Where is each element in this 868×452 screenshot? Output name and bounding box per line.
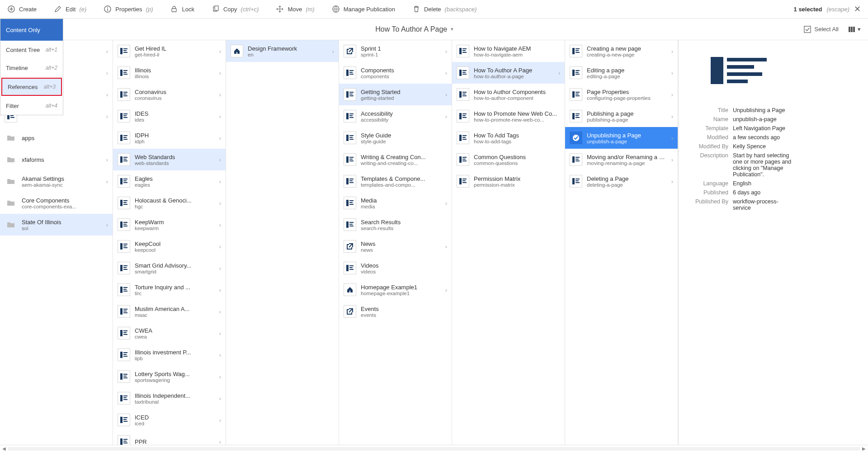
item-subtitle: getting-started [361, 95, 443, 101]
list-item[interactable]: Torture Inquiry and ...tirc› [113, 279, 226, 301]
rail-item-references[interactable]: References alt+3 [1, 78, 62, 96]
column-4[interactable]: How to Navigate AEMhow-to-navigate-aemHo… [452, 40, 565, 445]
svg-rect-81 [123, 334, 127, 335]
list-item[interactable]: Writing & Creating Con...writing-and-cre… [339, 149, 452, 170]
list-item[interactable]: Permission Matrixpermission-matrix [452, 170, 565, 192]
list-item[interactable]: State Of Illinoissoi› [0, 214, 113, 235]
list-item[interactable]: CWEAcwea› [113, 322, 226, 344]
list-item[interactable]: Newsnews› [339, 235, 452, 257]
rail-item-label: Filter [6, 103, 19, 109]
list-item[interactable]: How To Add Tagshow-to-add-tags [452, 127, 565, 149]
list-item[interactable]: Editing a pageediting-a-page› [565, 62, 678, 84]
column-3[interactable]: Sprint 1sprint-1›Componentscomponents›Ge… [339, 40, 452, 445]
list-item[interactable]: Deleting a Pagedeleting-a-page› [565, 170, 678, 192]
scroll-right-icon[interactable]: ▶ [860, 446, 868, 451]
list-item[interactable]: How to Promote New Web Co...how-to-promo… [452, 105, 565, 127]
list-item[interactable]: Akamai Settingsaem-akamai-sync› [0, 170, 113, 192]
column-view-icon [849, 27, 855, 32]
list-item[interactable]: Muslim American A...maac› [113, 301, 226, 322]
lock-button[interactable]: Lock [170, 5, 194, 13]
rail-menu: Content Only Content Tree alt+1 Timeline… [0, 19, 63, 115]
list-item[interactable]: Get Hired ILget-hired-il› [113, 40, 226, 62]
list-item[interactable]: Core Componentscore-components-exa... [0, 192, 113, 214]
column-2[interactable]: Design Frameworken› [226, 40, 339, 445]
chevron-right-icon: › [219, 135, 221, 141]
properties-button[interactable]: Properties (p) [104, 5, 153, 13]
copy-button[interactable]: Copy (ctrl+c) [212, 5, 259, 13]
list-item[interactable]: Style Guidestyle-guide [339, 127, 452, 149]
column-5[interactable]: Creating a new pagecreating-a-new-page›E… [565, 40, 678, 445]
scroll-left-icon[interactable]: ◀ [0, 446, 8, 451]
list-item[interactable]: Componentscomponents› [339, 62, 452, 84]
chevron-right-icon: › [219, 330, 221, 337]
list-item[interactable]: Lottery Sports Wag...sportswagering› [113, 366, 226, 387]
list-item[interactable]: Illinoisillinois› [113, 62, 226, 84]
list-item[interactable]: Publishing a pagepublishing-a-page› [565, 105, 678, 127]
list-item[interactable]: Eventsevents [339, 301, 452, 322]
svg-rect-111 [349, 113, 354, 114]
rail-item-filter[interactable]: Filter alt+4 [0, 97, 63, 115]
list-item[interactable]: Eagleseagles› [113, 170, 226, 192]
svg-rect-56 [123, 202, 127, 203]
list-item[interactable]: Page Propertiesconfiguring-page-properti… [565, 84, 678, 105]
list-item[interactable]: Creating a new pagecreating-a-new-page› [565, 40, 678, 62]
rail-item-content-tree[interactable]: Content Tree alt+1 [0, 41, 63, 59]
list-item[interactable]: Moving and/or Renaming a Pagemoving-rena… [565, 149, 678, 170]
list-item[interactable]: Templates & Compone...templates-and-comp… [339, 170, 452, 192]
page-icon [118, 45, 130, 57]
svg-rect-9 [804, 26, 811, 33]
item-title: CWEA [135, 327, 217, 334]
list-item[interactable]: Illinois investment P...iipb› [113, 344, 226, 366]
list-item[interactable]: Mediamedia› [339, 192, 452, 214]
list-item[interactable]: Search Resultssearch-results [339, 214, 452, 235]
svg-rect-26 [120, 48, 123, 54]
list-item[interactable]: Smart Grid Advisory...smartgrid› [113, 257, 226, 279]
list-item[interactable]: Holocaust & Genoci...hgc› [113, 192, 226, 214]
list-item[interactable]: Homepage Example1homepage-example1› [339, 279, 452, 301]
list-item[interactable]: How To Author A Pagehow-to-author-a-page… [452, 62, 565, 84]
list-item[interactable]: IDESides› [113, 105, 226, 127]
list-item[interactable]: How to Author Componentshow-to-author-co… [452, 84, 565, 105]
meta-modified: a few seconds ago [733, 134, 792, 141]
list-item[interactable]: xfaforms› [0, 149, 113, 170]
list-item[interactable]: KeepWarmkeepwarm› [113, 214, 226, 235]
list-item[interactable]: Web Standardsweb-standards› [113, 149, 226, 170]
select-all-button[interactable]: Select All [804, 26, 839, 33]
list-item[interactable]: apps [0, 127, 113, 149]
list-item[interactable]: IDPHidph› [113, 127, 226, 149]
list-item[interactable]: Videosvideos [339, 257, 452, 279]
chevron-right-icon: › [106, 221, 108, 228]
chevron-right-icon: › [219, 113, 221, 120]
list-item[interactable]: Getting Startedgetting-started› [339, 84, 452, 105]
edit-button[interactable]: Edit (e) [54, 5, 86, 13]
list-item[interactable]: Common Questionscommon-questions [452, 149, 565, 170]
page-title[interactable]: How To Author A Page ▾ [25, 25, 804, 33]
rail-item-timeline[interactable]: Timeline alt+2 [0, 59, 63, 77]
horizontal-scrollbar[interactable]: ◀ ▶ [0, 445, 868, 452]
list-item[interactable]: Illinois Independent...taxtribunal› [113, 387, 226, 409]
move-button[interactable]: Move (m) [276, 5, 314, 13]
list-item[interactable]: Accessibilityaccessibility› [339, 105, 452, 127]
info-icon [104, 5, 112, 13]
item-title: Moving and/or Renaming a Page [587, 154, 669, 160]
rail-item-content-only[interactable]: Content Only [0, 19, 63, 41]
column-1[interactable]: Get Hired ILget-hired-il›Illinoisillinoi… [113, 40, 226, 445]
manage-publication-button[interactable]: Manage Publication [332, 5, 395, 13]
list-item[interactable]: Design Frameworken› [226, 40, 339, 62]
view-switcher-button[interactable]: ▾ [849, 26, 861, 33]
chevron-right-icon: › [219, 178, 221, 185]
meta-description: Start by hard selecting one or more page… [733, 152, 792, 178]
delete-button[interactable]: Delete (backspace) [412, 5, 476, 13]
deselect-button[interactable]: ✕ [854, 4, 861, 14]
list-item[interactable]: KeepCoolkeepcool› [113, 235, 226, 257]
list-item[interactable]: Sprint 1sprint-1› [339, 40, 452, 62]
list-item[interactable]: ICEDiced› [113, 409, 226, 431]
create-button[interactable]: Create [7, 5, 37, 13]
list-item[interactable]: PPR› [113, 431, 226, 445]
list-item[interactable]: How to Navigate AEMhow-to-navigate-aem [452, 40, 565, 62]
svg-rect-181 [576, 117, 580, 118]
list-item[interactable]: Unpublishing a Pageunpublish-a-page› [565, 127, 678, 149]
svg-rect-175 [576, 92, 580, 93]
list-item[interactable]: Coronaviruscoronavirus› [113, 84, 226, 105]
scroll-track[interactable] [8, 447, 860, 451]
